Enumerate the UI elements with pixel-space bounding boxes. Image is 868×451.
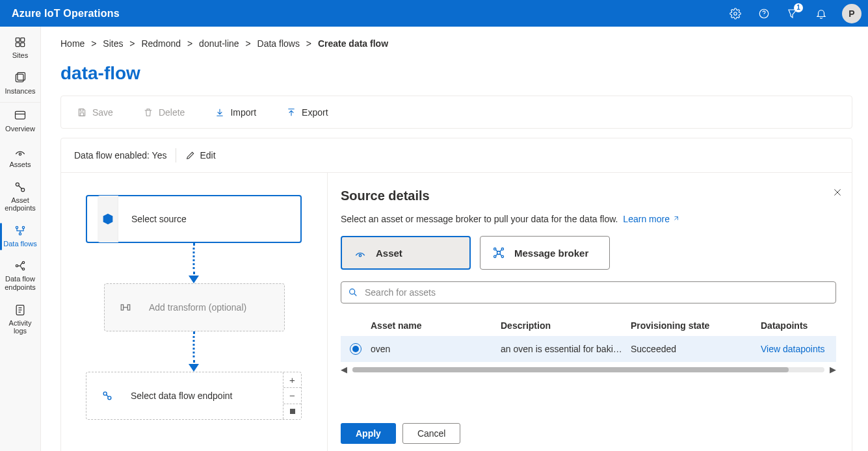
- node-add-transform[interactable]: Add transform (optional): [104, 283, 285, 331]
- asset-endpoints-icon: [14, 181, 27, 194]
- breadcrumb-link[interactable]: Data flows: [257, 38, 300, 49]
- tab-asset-label: Asset: [376, 248, 402, 259]
- svg-point-38: [501, 255, 503, 257]
- apply-button[interactable]: Apply: [341, 423, 396, 444]
- export-label: Export: [302, 107, 328, 118]
- svg-rect-25: [80, 112, 83, 116]
- breadcrumb-link[interactable]: Home: [60, 38, 85, 49]
- endpoint-icon: [86, 372, 118, 420]
- asset-search-input[interactable]: [365, 287, 829, 298]
- product-name: Azure IoT Operations: [12, 8, 120, 19]
- asset-search-box[interactable]: [341, 281, 836, 303]
- svg-point-15: [22, 226, 24, 228]
- svg-rect-26: [121, 305, 123, 310]
- sidebar-item-sites[interactable]: Sites: [0, 31, 40, 66]
- zoom-out-button[interactable]: −: [283, 388, 301, 404]
- node-select-endpoint[interactable]: Select data flow endpoint + −: [86, 372, 302, 420]
- svg-point-37: [494, 255, 496, 257]
- sidebar-item-overview[interactable]: Overview: [0, 104, 40, 140]
- sidebar-item-label: Instances: [5, 87, 35, 96]
- breadcrumb-link[interactable]: Redmond: [141, 38, 181, 49]
- asset-table: Asset name Description Provisioning stat…: [341, 315, 836, 372]
- sidebar-item-label: Data flow endpoints: [1, 275, 39, 291]
- import-button[interactable]: Import: [208, 103, 263, 122]
- overview-icon: [14, 109, 27, 122]
- search-icon: [348, 287, 358, 298]
- gear-icon[interactable]: [722, 1, 748, 27]
- asset-radio[interactable]: [350, 343, 362, 355]
- delete-button: Delete: [137, 103, 191, 122]
- flow-panel: Data flow enabled: Yes Edit Select sourc…: [60, 138, 852, 451]
- fit-view-button[interactable]: [283, 404, 301, 419]
- tab-broker-label: Message broker: [514, 248, 588, 259]
- asset-state-cell: Succeeded: [631, 344, 761, 354]
- details-title: Source details: [341, 188, 836, 203]
- node-label: Select source: [131, 214, 187, 224]
- svg-point-33: [359, 255, 361, 257]
- col-description: Description: [501, 320, 631, 331]
- breadcrumb-link[interactable]: donut-line: [199, 38, 239, 49]
- avatar[interactable]: P: [842, 4, 861, 23]
- sidebar-item-assets[interactable]: Assets: [0, 140, 40, 175]
- topbar-icon-group: 1 P: [722, 1, 861, 27]
- top-bar: Azure IoT Operations 1 P: [0, 0, 868, 27]
- cancel-button[interactable]: Cancel: [402, 423, 461, 444]
- sidebar-item-asset-endpoints[interactable]: Asset endpoints: [0, 175, 40, 219]
- svg-rect-8: [18, 72, 25, 80]
- zoom-in-button[interactable]: +: [283, 372, 301, 388]
- breadcrumb-sep: >: [245, 38, 250, 49]
- svg-point-17: [16, 265, 18, 267]
- sidebar-item-label: Overview: [5, 125, 35, 133]
- help-icon[interactable]: [751, 1, 777, 27]
- flow-panel-head: Data flow enabled: Yes Edit: [61, 138, 852, 173]
- flow-canvas: Select source Add transform (optional) S…: [61, 173, 328, 451]
- breadcrumb-sep: >: [187, 38, 192, 49]
- activity-logs-icon: [14, 303, 27, 316]
- sidebar-item-label: Assets: [9, 161, 31, 169]
- box-icon: [87, 195, 118, 243]
- data-flows-icon: [14, 224, 27, 237]
- transform-icon: [105, 283, 136, 331]
- sidebar-item-data-flows[interactable]: Data flows: [0, 219, 40, 255]
- svg-point-11: [19, 153, 21, 155]
- breadcrumb-sep: >: [91, 38, 96, 49]
- svg-line-40: [354, 294, 356, 296]
- svg-point-35: [494, 248, 496, 250]
- breadcrumb-link[interactable]: Sites: [103, 38, 123, 49]
- canvas-controls: + −: [283, 372, 301, 419]
- svg-rect-30: [290, 409, 295, 414]
- breadcrumb: Home > Sites > Redmond > donut-line > Da…: [60, 38, 852, 49]
- sidebar-item-data-flow-endpoints[interactable]: Data flow endpoints: [0, 254, 40, 298]
- bell-icon[interactable]: [808, 1, 834, 27]
- left-sidebar: Sites Instances Overview Assets Asset en…: [0, 27, 41, 451]
- svg-point-14: [16, 226, 18, 228]
- tab-message-broker[interactable]: Message broker: [480, 236, 610, 270]
- svg-rect-27: [127, 305, 129, 310]
- horizontal-scrollbar[interactable]: ◀▶: [341, 366, 836, 372]
- tab-asset[interactable]: Asset: [341, 236, 471, 270]
- import-label: Import: [230, 107, 256, 118]
- edit-button[interactable]: Edit: [185, 150, 215, 161]
- source-type-tabs: Asset Message broker: [341, 236, 836, 270]
- asset-row[interactable]: oven an oven is essential for baki… Succ…: [341, 336, 836, 362]
- close-icon[interactable]: [832, 187, 843, 200]
- learn-more-link[interactable]: Learn more: [623, 214, 679, 224]
- flow-connector: [86, 243, 302, 283]
- toolbar: Save Delete Import Export: [60, 96, 852, 129]
- separator: [176, 148, 176, 162]
- col-datapoints: Datapoints: [761, 320, 836, 331]
- feedback-icon[interactable]: 1: [780, 1, 806, 27]
- node-select-source[interactable]: Select source: [86, 195, 302, 243]
- view-datapoints-link[interactable]: View datapoints: [761, 344, 836, 354]
- asset-table-head: Asset name Description Provisioning stat…: [341, 315, 836, 336]
- assets-icon: [14, 145, 27, 158]
- sidebar-item-activity-logs[interactable]: Activity logs: [0, 298, 40, 342]
- svg-point-36: [501, 248, 503, 250]
- svg-point-18: [22, 262, 24, 264]
- svg-point-39: [350, 289, 355, 294]
- export-button[interactable]: Export: [280, 103, 334, 122]
- save-button: Save: [70, 103, 120, 122]
- sidebar-item-instances[interactable]: Instances: [0, 66, 40, 103]
- sidebar-item-label: Activity logs: [1, 319, 39, 335]
- svg-rect-9: [16, 112, 25, 120]
